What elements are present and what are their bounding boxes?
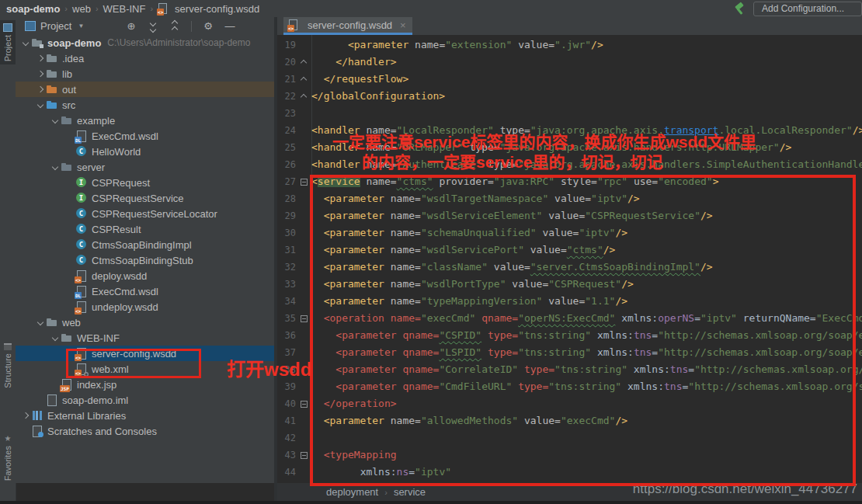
interface-icon: I <box>75 192 88 204</box>
line-number[interactable]: 29 <box>277 207 297 224</box>
tree-item-execcmd-wsdl[interactable]: DLExecCmd.wsdl <box>16 128 274 144</box>
tree-item-label: Scratches and Consoles <box>47 426 157 437</box>
tree-item-csprequestservice[interactable]: ICSPRequestService <box>16 190 274 206</box>
code-line-23[interactable]: 23 <box>277 105 862 122</box>
tree-item-out[interactable]: out <box>16 82 274 97</box>
nav-breadcrumb-web-inf[interactable]: WEB-INF <box>103 3 146 15</box>
tree-item-ctmssoapbindingstub[interactable]: CCtmsSoapBindingStub <box>16 252 274 268</box>
tool-window-tab-structure[interactable]: Structure <box>0 343 16 388</box>
line-number[interactable]: 22 <box>277 88 297 105</box>
tree-item-example[interactable]: example <box>16 113 274 128</box>
line-number[interactable]: 19 <box>277 36 297 54</box>
fold-marker-icon[interactable] <box>297 54 311 71</box>
breadcrumb-separator: › <box>148 4 155 13</box>
class-icon: C <box>75 207 88 220</box>
chevron-placeholder <box>64 208 75 219</box>
code-line-20[interactable]: 20 </handler> <box>277 54 862 71</box>
editor-tab-server-config[interactable]: <> server-config.wsdd × <box>283 17 412 35</box>
tree-item-deploy-wsdd[interactable]: <>deploy.wsdd <box>16 268 274 283</box>
tree-item-web-inf[interactable]: WEB-INF <box>16 330 274 346</box>
code-line-21[interactable]: 21 </requestFlow> <box>277 71 862 88</box>
chevron-right-icon[interactable] <box>35 84 46 95</box>
chevron-down-icon[interactable] <box>50 332 61 343</box>
tree-item-soap-demo[interactable]: soap-demoC:\Users\Administrator\soap-dem… <box>16 35 274 50</box>
chevron-down-icon[interactable] <box>50 115 61 126</box>
line-number[interactable]: 42 <box>277 429 297 447</box>
tree-item-external-libraries[interactable]: External Libraries <box>16 408 274 423</box>
project-panel-toolbar: ⊕ ⚙ — <box>126 21 274 32</box>
tree-item-server[interactable]: server <box>16 159 274 175</box>
line-number[interactable]: 20 <box>277 54 297 71</box>
folder-icon <box>46 68 58 80</box>
tree-item-csprequest[interactable]: ICSPRequest <box>16 175 274 190</box>
line-number[interactable]: 32 <box>277 259 297 276</box>
line-number[interactable]: 27 <box>277 173 297 190</box>
line-number[interactable]: 26 <box>277 156 297 173</box>
line-number[interactable]: 44 <box>277 464 297 481</box>
line-number[interactable]: 21 <box>277 71 297 88</box>
fold-marker-icon[interactable] <box>297 71 311 88</box>
chevron-down-icon[interactable] <box>35 99 46 110</box>
locate-file-icon[interactable]: ⊕ <box>126 21 137 32</box>
line-number[interactable]: 28 <box>277 190 297 207</box>
hide-panel-icon[interactable]: — <box>224 21 235 32</box>
line-number[interactable]: 30 <box>277 224 297 242</box>
line-number[interactable]: 35 <box>277 310 297 327</box>
line-number[interactable]: 23 <box>277 105 297 122</box>
tree-item-ctmssoapbindingimpl[interactable]: CCtmsSoapBindingImpl <box>16 237 274 252</box>
code-line-22[interactable]: 22</globalConfiguration> <box>277 88 862 105</box>
fold-gutter <box>297 139 311 156</box>
nav-breadcrumb-web[interactable]: web <box>72 3 91 15</box>
tree-item-idea[interactable]: .idea <box>16 50 274 66</box>
tree-item-label: soap-demo.iml <box>62 395 128 406</box>
chevron-down-icon[interactable] <box>20 37 31 48</box>
class-icon: C <box>75 223 88 235</box>
editor-breadcrumb-deployment[interactable]: deployment <box>326 486 378 498</box>
tree-item-soap-demo-iml[interactable]: soap-demo.iml <box>16 392 274 408</box>
tree-item-web[interactable]: web <box>16 315 274 330</box>
line-number[interactable]: 31 <box>277 242 297 259</box>
chevron-placeholder <box>64 286 75 297</box>
chevron-right-icon[interactable] <box>35 53 46 64</box>
tree-item-csprequestservicelocator[interactable]: CCSPRequestServiceLocator <box>16 206 274 221</box>
nav-breadcrumb-server-config-wsdd[interactable]: <>server-config.wsdd <box>158 3 259 15</box>
line-number[interactable]: 36 <box>277 327 297 344</box>
line-number[interactable]: 33 <box>277 276 297 293</box>
line-number[interactable]: 25 <box>277 139 297 156</box>
tool-window-tab-project[interactable]: Project <box>0 20 16 64</box>
gear-icon[interactable]: ⚙ <box>203 21 214 32</box>
fold-marker-icon[interactable] <box>297 88 311 105</box>
chevron-down-icon[interactable] <box>35 317 46 328</box>
chevron-down-icon: ▼ <box>78 23 84 30</box>
nav-breadcrumb-soap-demo[interactable]: soap-demo <box>6 3 60 15</box>
tree-item-execcmd-wsdl[interactable]: DLExecCmd.wsdl <box>16 283 274 299</box>
chevron-placeholder <box>64 130 75 141</box>
line-number[interactable]: 41 <box>277 412 297 429</box>
line-number[interactable]: 34 <box>277 293 297 310</box>
tree-item-cspresult[interactable]: CCSPResult <box>16 221 274 237</box>
tree-item-undeploy-wsdd[interactable]: <>undeploy.wsdd <box>16 299 274 315</box>
breadcrumb-separator: › <box>384 488 388 497</box>
wsdd-icon: <> <box>75 269 88 282</box>
code-line-19[interactable]: 19 <parameter name="extension" value=".j… <box>277 36 862 54</box>
editor-breadcrumb-service[interactable]: service <box>394 486 426 498</box>
line-number[interactable]: 24 <box>277 122 297 139</box>
tool-window-tab-favorites[interactable]: ★ Favorites <box>0 435 16 481</box>
build-hammer-icon[interactable] <box>733 2 746 15</box>
tree-item-scratches-and-consoles[interactable]: Scratches and Consoles <box>16 423 274 439</box>
chevron-right-icon[interactable] <box>20 410 31 421</box>
project-panel-title-dropdown[interactable]: Project ▼ <box>16 20 84 32</box>
collapse-all-icon[interactable] <box>169 21 180 32</box>
add-configuration-button[interactable]: Add Configuration... <box>753 2 862 16</box>
tree-item-lib[interactable]: lib <box>16 66 274 82</box>
fold-gutter <box>297 156 311 173</box>
chevron-right-icon[interactable] <box>35 68 46 79</box>
wsdl-icon: DL <box>75 130 88 142</box>
tree-item-src[interactable]: src <box>16 97 274 113</box>
line-number[interactable]: 43 <box>277 447 297 464</box>
chevron-down-icon[interactable] <box>50 162 61 172</box>
close-tab-icon[interactable]: × <box>400 19 406 31</box>
expand-all-icon[interactable] <box>148 21 158 32</box>
tree-item-helloworld[interactable]: CHelloWorld <box>16 144 274 159</box>
line-number[interactable]: 40 <box>277 395 297 412</box>
